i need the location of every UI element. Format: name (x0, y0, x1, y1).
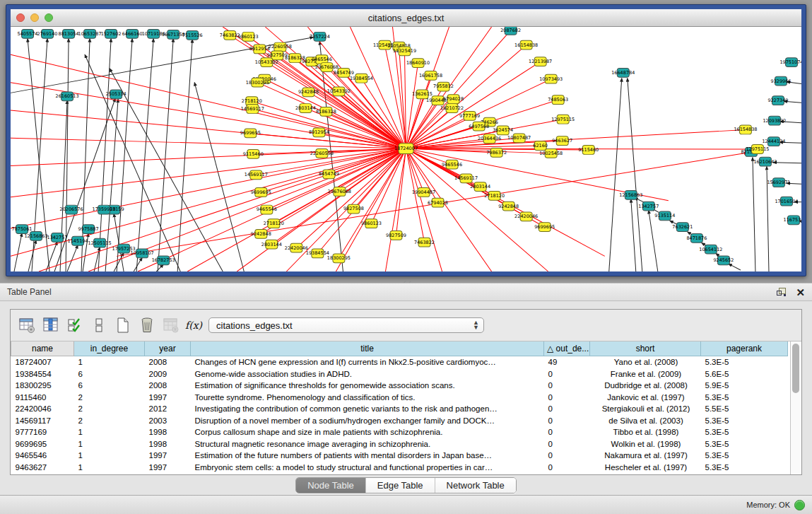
table-cell[interactable]: Embryonic stem cells: a model to study s… (191, 462, 544, 474)
graph-node[interactable]: 14569117 (245, 170, 268, 180)
table-row[interactable]: 946554611997Estimation of the future num… (11, 450, 788, 462)
table-cell[interactable]: 6 (74, 380, 145, 392)
table-cell[interactable]: 49 (544, 356, 590, 368)
graph-node[interactable]: 6497568 (469, 122, 489, 131)
graph-node[interactable]: 10543392 (255, 58, 278, 67)
graph-node[interactable]: 9699695 (251, 188, 271, 197)
graph-node[interactable]: 7463822 (220, 30, 240, 40)
graph-node[interactable]: 6794028 (428, 198, 448, 207)
graph-node[interactable]: 9115460 (578, 146, 599, 155)
graph-node[interactable]: 9777169 (459, 111, 480, 120)
table-cell[interactable]: Dudbridge et al. (2008) (590, 380, 701, 392)
graph-node[interactable]: 2505334 (106, 90, 126, 99)
table-cell[interactable]: 1998 (145, 438, 191, 450)
edge[interactable] (117, 39, 132, 271)
table-cell[interactable]: 5.3E-5 (701, 392, 788, 404)
table-cell[interactable]: 2003 (145, 415, 191, 427)
graph-node[interactable]: 9135114 (654, 211, 675, 221)
graph-node[interactable]: 9245652 (713, 256, 734, 265)
edge[interactable] (11, 138, 406, 148)
graph-node[interactable]: 7515526 (182, 30, 203, 40)
delete-rows-icon[interactable] (136, 315, 158, 336)
table-cell[interactable]: 22420046 (11, 403, 74, 415)
table-cell[interactable]: 0 (544, 450, 590, 462)
graph-node[interactable]: 15692971 (767, 178, 790, 187)
graph-node[interactable]: 2087682 (500, 27, 521, 35)
edge[interactable] (406, 148, 442, 271)
graph-node[interactable]: 3624574 (493, 126, 513, 135)
graph-node[interactable]: 16210643 (753, 157, 777, 166)
graph-node[interactable]: 9242848 (498, 201, 519, 211)
graph-node[interactable]: 10025458 (539, 149, 563, 158)
graph-node[interactable]: 10807487 (507, 134, 531, 143)
table-row[interactable]: 1872400712008Changes of HCN gene express… (11, 356, 788, 368)
edge[interactable] (134, 257, 142, 271)
graph-node[interactable]: 11325419 (393, 47, 416, 56)
edge[interactable] (339, 148, 406, 258)
graph-node[interactable]: 9465546 (257, 205, 277, 214)
table-cell[interactable]: 1997 (145, 462, 191, 474)
table-cell[interactable]: Franke et al. (2009) (590, 368, 701, 380)
graph-node[interactable]: 9699695 (240, 129, 261, 138)
tab-edge-table[interactable]: Edge Table (366, 478, 435, 493)
graph-node[interactable]: 8471876 (686, 233, 707, 243)
graph-node[interactable]: 5405574 (18, 29, 38, 38)
table-selector-dropdown[interactable]: citations_edges.txt ▲▼ (208, 317, 484, 333)
graph-node[interactable]: 10973493 (539, 74, 563, 83)
table-cell[interactable]: 5.3E-5 (701, 415, 788, 427)
edge[interactable] (11, 148, 406, 166)
table-cell[interactable]: Disruption of a novel member of a sodium… (191, 415, 544, 427)
table-cell[interactable]: 2008 (145, 380, 191, 392)
graph-node[interactable]: 7875061 (12, 225, 33, 234)
table-cell[interactable]: Genome-wide association studies in ADHD. (191, 368, 544, 380)
table-cell[interactable]: 1998 (145, 426, 191, 438)
table-cell[interactable]: 1997 (145, 392, 191, 404)
new-table-icon[interactable] (112, 315, 134, 336)
graph-node[interactable]: 14569117 (454, 174, 478, 183)
edge[interactable] (628, 78, 642, 271)
table-cell[interactable]: de Silva et al. (2003) (590, 415, 701, 427)
tab-network-table[interactable]: Network Table (435, 478, 516, 493)
table-cell[interactable]: Yano et al. (2008) (590, 356, 701, 368)
table-cell[interactable]: 1 (74, 450, 145, 462)
tab-node-table[interactable]: Node Table (296, 478, 366, 493)
edge[interactable] (266, 148, 406, 210)
graph-node[interactable]: 7463822 (414, 238, 435, 247)
column-header-title[interactable]: title (191, 341, 544, 356)
edge[interactable] (773, 163, 801, 163)
graph-node[interactable]: 1145194 (68, 236, 88, 245)
graph-node[interactable]: 9115460 (243, 149, 264, 158)
table-cell[interactable]: 0 (544, 438, 590, 450)
table-cell[interactable]: 5.6E-5 (701, 368, 788, 380)
table-cell[interactable]: 0 (544, 403, 590, 415)
table-cell[interactable]: Nakamura et al. (1997) (590, 450, 701, 462)
table-options-icon[interactable] (16, 315, 37, 336)
table-cell[interactable]: 2 (74, 403, 145, 415)
graph-node[interactable]: 1527602 (101, 29, 122, 38)
table-scrollbar-thumb[interactable] (792, 344, 799, 393)
column-header-pagerank[interactable]: pagerank (701, 341, 788, 356)
table-cell[interactable]: 2 (74, 415, 145, 427)
graph-node[interactable]: 6466160 (122, 29, 143, 38)
table-cell[interactable]: 0 (544, 426, 590, 438)
table-row[interactable]: 911546021997Tourette syndrome. Phenomeno… (11, 392, 788, 404)
table-row[interactable]: 1456911722003Disruption of a novel membe… (11, 415, 788, 427)
graph-node[interactable]: 19384554 (306, 249, 329, 258)
graph-node[interactable]: 16210722 (440, 104, 464, 113)
table-cell[interactable]: 9465546 (11, 450, 74, 462)
table-cell[interactable]: 9777169 (11, 426, 74, 438)
edge[interactable] (158, 39, 173, 271)
table-cell[interactable]: 0 (544, 368, 590, 380)
edge[interactable] (406, 148, 548, 271)
edge[interactable] (98, 39, 111, 271)
table-cell[interactable]: Hescheler et al. (1997) (590, 462, 701, 474)
table-cell[interactable]: 5.3E-5 (701, 438, 788, 450)
edge[interactable] (136, 39, 153, 271)
float-panel-icon[interactable] (777, 288, 786, 296)
graph-node[interactable]: 10654112 (699, 245, 722, 254)
graph-node[interactable]: 20206576 (60, 205, 83, 214)
table-cell[interactable]: Stergiakouli et al. (2012) (590, 403, 701, 415)
graph-node[interactable]: 17016504 (775, 197, 798, 206)
column-header-name[interactable]: name (11, 341, 74, 356)
graph-node[interactable]: 62160 (533, 141, 548, 151)
